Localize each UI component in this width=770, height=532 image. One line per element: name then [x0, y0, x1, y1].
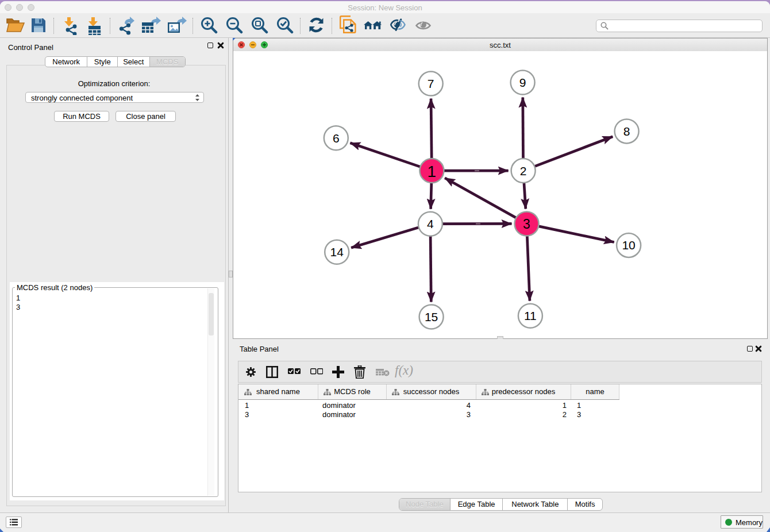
svg-text:3: 3: [523, 217, 530, 232]
svg-text:7: 7: [428, 77, 434, 90]
svg-text:10: 10: [622, 238, 635, 252]
svg-text:8: 8: [623, 125, 630, 138]
svg-text:2: 2: [520, 164, 527, 178]
svg-text:15: 15: [425, 310, 438, 323]
svg-text:1: 1: [428, 163, 437, 180]
svg-text:14: 14: [330, 245, 344, 259]
svg-text:11: 11: [524, 309, 537, 322]
svg-text:6: 6: [333, 132, 340, 145]
svg-text:9: 9: [519, 76, 526, 89]
svg-text:4: 4: [427, 217, 434, 230]
